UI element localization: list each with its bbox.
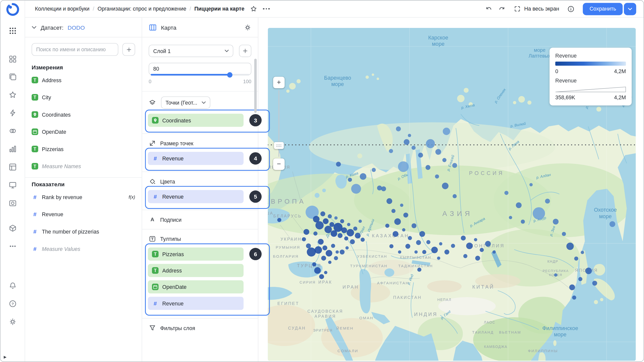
map-point[interactable] — [347, 229, 354, 236]
map-point[interactable] — [355, 233, 361, 239]
map-point[interactable] — [554, 273, 557, 277]
map-point[interactable] — [585, 267, 592, 274]
map-point[interactable] — [381, 186, 386, 191]
map-point[interactable] — [445, 250, 450, 255]
notifications-bell-icon[interactable] — [9, 282, 17, 290]
map-point[interactable] — [336, 250, 339, 254]
map-point[interactable] — [442, 158, 446, 162]
map-point[interactable] — [338, 233, 343, 238]
map-point[interactable] — [341, 227, 347, 233]
chart-settings-gear-icon[interactable] — [244, 24, 251, 31]
field-measure-values[interactable]: # Measure Values — [25, 240, 142, 257]
map-point[interactable] — [416, 240, 421, 245]
map-point[interactable] — [313, 232, 317, 236]
map-point[interactable] — [326, 250, 332, 256]
map-point[interactable] — [412, 146, 416, 150]
map-point[interactable] — [426, 139, 435, 148]
map-point[interactable] — [331, 244, 335, 248]
map-point[interactable] — [562, 232, 566, 236]
map-point[interactable] — [386, 198, 392, 204]
panel-scrollbar[interactable] — [254, 59, 257, 113]
map-point[interactable] — [334, 223, 343, 232]
tables-icon[interactable] — [9, 163, 17, 171]
map-point[interactable] — [480, 248, 484, 252]
map-point[interactable] — [509, 216, 512, 219]
lightning-icon[interactable] — [9, 109, 17, 117]
map-point[interactable] — [418, 153, 423, 158]
breadcrumb-workbook[interactable]: Организации: спрос и предложение — [98, 6, 186, 12]
field-opendate[interactable]: OpenDate — [25, 123, 142, 141]
media-icon[interactable] — [9, 199, 17, 207]
map-point[interactable] — [405, 244, 410, 249]
map-point[interactable] — [474, 238, 477, 241]
field-search-input[interactable] — [32, 43, 118, 56]
add-layer-button[interactable] — [239, 45, 251, 57]
map-point[interactable] — [348, 178, 352, 182]
map-point[interactable] — [334, 216, 338, 219]
map-point[interactable] — [314, 267, 321, 274]
map-point[interactable] — [581, 251, 584, 254]
datalens-logo[interactable] — [6, 3, 19, 16]
map-point[interactable] — [325, 226, 332, 233]
map-point[interactable] — [396, 126, 401, 131]
map-point[interactable] — [610, 221, 615, 227]
map-point[interactable] — [516, 202, 522, 208]
map-point[interactable] — [451, 244, 455, 248]
map-point[interactable] — [402, 228, 405, 232]
map-point[interactable] — [389, 244, 393, 248]
undo-icon[interactable] — [485, 5, 493, 12]
map-point[interactable] — [394, 218, 401, 225]
dashboards-icon[interactable] — [9, 181, 17, 189]
field-number-of-pizzerias[interactable]: # The number of pizzerias — [25, 223, 142, 240]
settings-gear-icon[interactable] — [9, 318, 17, 326]
map-point[interactable] — [435, 149, 441, 155]
map-point[interactable] — [566, 243, 574, 250]
redo-icon[interactable] — [498, 5, 506, 12]
map-point[interactable] — [389, 149, 393, 153]
map-point[interactable] — [414, 250, 418, 254]
map-point[interactable] — [393, 231, 398, 237]
map-point[interactable] — [533, 207, 545, 219]
map-point[interactable] — [323, 218, 329, 224]
field-revenue[interactable]: # Revenue — [25, 206, 142, 223]
tooltip-field-pill[interactable]: OpenDate — [148, 280, 244, 293]
map-point[interactable] — [398, 250, 401, 254]
map-point[interactable] — [453, 194, 457, 198]
field-measure-names[interactable]: T Measure Names — [25, 158, 142, 175]
map-point[interactable] — [437, 256, 440, 260]
fullscreen-button[interactable]: На весь экран — [514, 5, 559, 12]
map-point[interactable] — [372, 168, 376, 172]
map-point[interactable] — [408, 236, 412, 240]
map-point[interactable] — [443, 128, 450, 135]
save-button[interactable]: Сохранить — [583, 3, 623, 15]
tooltip-field-pill[interactable]: # Revenue — [148, 297, 244, 310]
map-point[interactable] — [391, 209, 395, 213]
map-point[interactable] — [493, 250, 496, 254]
map-point[interactable] — [553, 219, 559, 224]
map-point[interactable] — [315, 221, 324, 230]
map-point[interactable] — [475, 256, 480, 261]
map-point[interactable] — [404, 139, 410, 145]
map-point[interactable] — [345, 246, 349, 250]
map-point[interactable] — [529, 183, 533, 186]
map-point[interactable] — [569, 284, 575, 290]
layer-select[interactable]: Слой 1 — [149, 45, 233, 57]
map-point[interactable] — [302, 237, 306, 241]
field-coordinates[interactable]: Coordinates — [25, 106, 142, 123]
zoom-in-button[interactable]: + — [273, 77, 285, 88]
map-point[interactable] — [425, 165, 430, 170]
zoom-out-button[interactable]: − — [273, 158, 285, 170]
add-field-button[interactable] — [123, 43, 135, 56]
colors-field-pill[interactable]: # Revenue — [148, 190, 244, 203]
map-point[interactable] — [504, 191, 508, 195]
field-city[interactable]: T City — [25, 89, 142, 106]
map-point[interactable] — [320, 211, 325, 216]
map-point[interactable] — [572, 296, 576, 300]
map-point[interactable] — [329, 222, 334, 227]
map-point[interactable] — [419, 231, 425, 237]
map-point[interactable] — [321, 256, 326, 261]
map-point[interactable] — [545, 199, 550, 204]
map-chart-type-icon[interactable] — [149, 23, 157, 31]
map-point[interactable] — [350, 239, 355, 244]
point-size-field-pill[interactable]: # Revenue — [148, 152, 244, 165]
